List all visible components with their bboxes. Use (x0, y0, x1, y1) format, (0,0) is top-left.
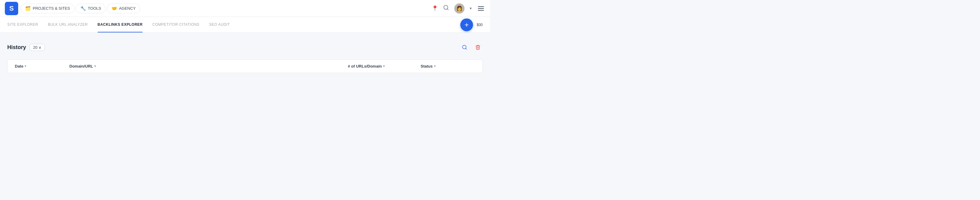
tab-backlinks-explorer[interactable]: BACKLINKS EXPLORER (97, 17, 143, 32)
secondary-nav-wrapper: SITE EXPLORER BULK URL ANALYZER BACKLINK… (0, 17, 490, 33)
history-count-select[interactable]: 20 ∨ (30, 44, 45, 51)
date-column-header[interactable]: Date ▾ (15, 64, 69, 68)
user-menu-chevron-icon[interactable]: ▾ (470, 6, 472, 11)
top-navigation: S 🗂️ PROJECTS & SITES 🔧 TOOLS 🤝 AGENCY 📍… (0, 0, 490, 17)
agency-nav-item[interactable]: 🤝 AGENCY (107, 4, 140, 13)
logo-button[interactable]: S (5, 2, 18, 15)
table-header: Date ▾ Domain/URL ▾ # of URLs/Domain ▾ S… (7, 59, 483, 73)
history-header: History 20 ∨ (7, 43, 483, 52)
hamburger-menu-button[interactable] (477, 5, 485, 12)
count-chevron-icon: ∨ (38, 45, 41, 50)
history-title: History (7, 44, 26, 51)
top-nav-items: 🗂️ PROJECTS & SITES 🔧 TOOLS 🤝 AGENCY (21, 4, 431, 13)
add-button[interactable]: + (460, 19, 473, 31)
tab-bulk-url-analyzer[interactable]: BULK URL ANALYZER (48, 17, 88, 32)
tools-icon: 🔧 (80, 6, 86, 11)
secondary-navigation: SITE EXPLORER BULK URL ANALYZER BACKLINK… (0, 17, 490, 33)
tab-site-explorer[interactable]: SITE EXPLORER (7, 17, 38, 32)
status-column-header[interactable]: Status ▾ (421, 64, 475, 68)
status-sort-icon: ▾ (434, 64, 436, 68)
tab-seo-audit[interactable]: SEO AUDIT (209, 17, 230, 32)
svg-line-4 (465, 48, 466, 49)
domain-column-header[interactable]: Domain/URL ▾ (69, 64, 348, 68)
domain-sort-icon: ▾ (94, 64, 96, 68)
tab-right-area: + $00 (460, 19, 483, 31)
projects-icon: 🗂️ (25, 6, 31, 11)
date-sort-icon: ▾ (25, 64, 26, 68)
delete-history-button[interactable] (473, 43, 483, 52)
search-icon[interactable] (443, 5, 449, 12)
tab-competitor-citations[interactable]: COMPETITOR CITATIONS (153, 17, 199, 32)
tools-nav-item[interactable]: 🔧 TOOLS (76, 4, 106, 13)
history-actions (460, 43, 483, 52)
agency-icon: 🤝 (111, 6, 117, 11)
avatar[interactable]: 👩 (454, 3, 465, 14)
notification-icon[interactable]: 📍 (431, 5, 438, 12)
urls-column-header[interactable]: # of URLs/Domain ▾ (348, 64, 421, 68)
projects-sites-nav-item[interactable]: 🗂️ PROJECTS & SITES (21, 4, 75, 13)
credit-badge: $00 (477, 23, 483, 27)
search-history-button[interactable] (460, 43, 469, 52)
top-nav-right: 📍 👩 ▾ (431, 3, 485, 14)
main-content: History 20 ∨ Date (0, 33, 490, 73)
svg-line-1 (447, 9, 449, 10)
urls-sort-icon: ▾ (383, 64, 385, 68)
